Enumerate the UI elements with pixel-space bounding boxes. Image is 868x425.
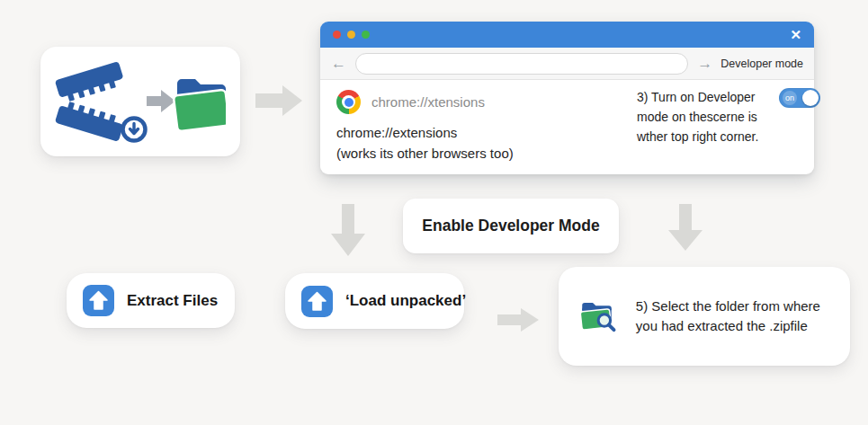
developer-mode-label: Developer mode [720,58,803,70]
chrome-icon [336,90,361,114]
select-folder-card: 5) Select the folder from where you had … [559,267,850,366]
flow-arrow-right-1 [255,83,304,119]
flow-arrow-down-left [330,204,366,258]
devmode-note-block: on 3) Turn on Developer mode on thescern… [637,87,820,146]
extract-files-card: Extract Files [67,273,235,328]
zip-extract-card [40,47,240,156]
canvas: ✕ ← → Developer mode chrome://xtensions … [0,0,868,425]
forward-icon[interactable]: → [697,56,712,71]
folder-search-icon [580,286,621,347]
address-bar-input[interactable] [355,53,688,75]
browser-content: chrome://xtensions chrome://extensions (… [320,80,814,173]
toggle-knob [802,90,819,106]
browser-titlebar: ✕ [320,22,814,48]
extract-files-label: Extract Files [127,292,218,310]
upload-icon [301,286,333,317]
enable-devmode-label: Enable Developer Mode [422,217,599,235]
zip-extract-to-folder-icon [55,55,226,148]
browser-toolbar: ← → Developer mode [320,48,814,80]
devmode-note: 3) Turn on Developer mode on thescerne i… [637,90,758,144]
toggle-on-label: on [783,91,797,105]
flow-arrow-right-2 [497,305,541,334]
traffic-light-yellow[interactable] [347,31,355,39]
traffic-light-green[interactable] [362,31,370,39]
enable-devmode-card: Enable Developer Mode [403,199,619,253]
select-folder-text: 5) Select the folder from where you had … [636,297,837,336]
traffic-light-red[interactable] [333,31,341,39]
flow-arrow-down-right [667,204,703,252]
load-unpacked-card: ‘Load unpacked’ [285,273,464,329]
developer-mode-toggle[interactable]: on [779,88,820,108]
upload-icon [83,285,114,316]
load-unpacked-label: ‘Load unpacked’ [345,292,466,310]
traffic-lights [333,31,370,39]
chrome-url-caption: chrome://xtensions [371,94,485,110]
close-icon[interactable]: ✕ [790,28,801,41]
browser-window: ✕ ← → Developer mode chrome://xtensions … [320,22,814,174]
back-icon[interactable]: ← [331,56,346,71]
